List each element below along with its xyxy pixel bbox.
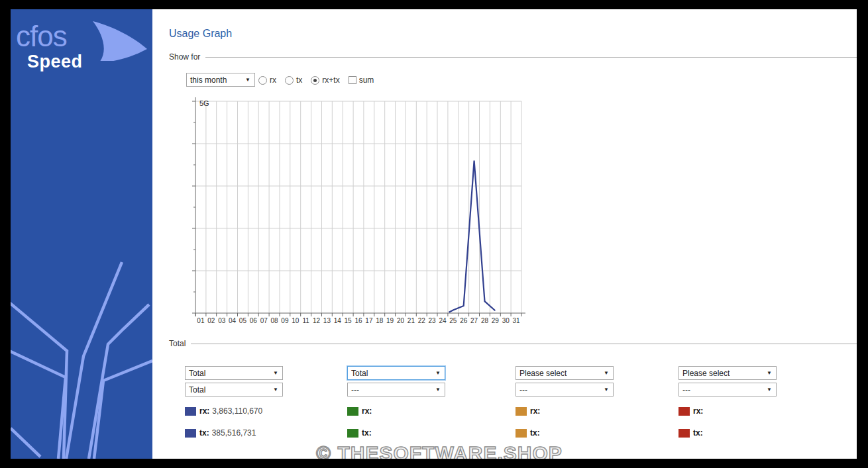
period-select[interactable]: this month ▼ — [186, 73, 255, 87]
tx-value: 385,516,731 — [212, 428, 256, 438]
rx-legend-row: rx: — [678, 406, 706, 416]
radio-rx[interactable]: rx — [258, 75, 276, 85]
tx-legend-row: tx: — [678, 428, 706, 438]
svg-text:20: 20 — [397, 317, 405, 324]
radio-tx-label: tx — [296, 75, 302, 85]
chevron-down-icon: ▼ — [767, 370, 772, 376]
svg-text:08: 08 — [270, 317, 278, 324]
svg-text:22: 22 — [418, 317, 426, 324]
svg-text:16: 16 — [354, 317, 362, 324]
svg-text:03: 03 — [218, 317, 226, 324]
total-col3-select-2[interactable]: ---▼ — [515, 383, 614, 397]
total-header: Total — [169, 339, 857, 348]
sidebar: cfos Speed — [11, 9, 152, 459]
radio-rx-label: rx — [270, 75, 276, 85]
mode-options: rx tx rx+tx sum — [258, 73, 379, 87]
radio-rxtx[interactable]: rx+tx — [311, 75, 339, 85]
radio-rxtx-label: rx+tx — [322, 75, 339, 85]
svg-text:09: 09 — [281, 317, 289, 324]
svg-text:07: 07 — [260, 317, 268, 324]
frame-right — [857, 0, 868, 468]
svg-text:27: 27 — [470, 317, 478, 324]
svg-text:13: 13 — [323, 317, 331, 324]
frame-left — [0, 0, 11, 468]
frame-bottom — [0, 459, 868, 468]
frame-top — [0, 0, 868, 9]
svg-text:15: 15 — [345, 317, 353, 324]
svg-text:29: 29 — [492, 317, 500, 324]
sum-checkbox-group[interactable]: sum — [349, 75, 374, 85]
svg-text:31: 31 — [513, 317, 521, 324]
rx-legend-row: rx: — [347, 406, 374, 416]
tx-color-swatch — [678, 429, 690, 438]
show-for-header: Show for — [169, 52, 857, 62]
radio-rxtx-circle[interactable] — [311, 76, 319, 85]
svg-text:28: 28 — [481, 317, 489, 324]
rx-value: 3,863,110,670 — [212, 406, 262, 416]
chevron-down-icon: ▼ — [435, 370, 441, 376]
total-label: Total — [169, 339, 186, 348]
radio-rx-circle[interactable] — [258, 76, 267, 85]
svg-text:02: 02 — [207, 317, 215, 324]
svg-text:23: 23 — [429, 317, 437, 324]
usage-graph-chart: 0102030405060708091011121314151617181920… — [192, 95, 527, 330]
radio-tx[interactable]: tx — [285, 75, 302, 85]
header-rule — [191, 344, 857, 344]
svg-text:11: 11 — [302, 317, 309, 324]
svg-text:5G: 5G — [199, 99, 209, 107]
chevron-down-icon: ▼ — [273, 387, 278, 393]
rx-color-swatch — [678, 407, 690, 416]
total-col4-select-1[interactable]: Please select▼ — [678, 366, 777, 380]
total-column-1: Total▼ Total▼ rx: 3,863,110,670 tx: 385,… — [185, 366, 283, 445]
chevron-down-icon: ▼ — [604, 370, 609, 376]
sidebar-decorative-lines — [11, 9, 152, 459]
tx-legend-row: tx: — [347, 428, 374, 438]
total-column-3: Please select▼ ---▼ rx: tx: — [515, 366, 614, 445]
rx-color-swatch — [185, 407, 196, 416]
chevron-down-icon: ▼ — [604, 387, 609, 393]
rx-legend-row: rx: — [515, 406, 543, 416]
tx-color-swatch — [347, 429, 358, 438]
svg-text:25: 25 — [449, 317, 457, 324]
svg-text:18: 18 — [376, 317, 384, 324]
page-title: Usage Graph — [169, 28, 232, 40]
svg-text:17: 17 — [365, 317, 373, 324]
tx-color-swatch — [185, 429, 196, 438]
svg-text:14: 14 — [334, 317, 342, 324]
svg-text:01: 01 — [197, 317, 205, 324]
svg-text:06: 06 — [250, 317, 258, 324]
svg-text:05: 05 — [239, 317, 247, 324]
tx-legend-row: tx: — [515, 428, 543, 438]
radio-tx-circle[interactable] — [285, 76, 294, 85]
svg-text:26: 26 — [460, 317, 468, 324]
total-column-2: Total▼ ---▼ rx: tx: — [347, 366, 445, 445]
period-select-value: this month — [190, 75, 227, 85]
chevron-down-icon: ▼ — [273, 370, 278, 376]
tx-legend-row: tx: 385,516,731 — [185, 428, 256, 438]
total-col2-select-1[interactable]: Total▼ — [347, 366, 445, 380]
svg-text:30: 30 — [502, 317, 510, 324]
rx-color-swatch — [515, 407, 527, 416]
total-col4-select-2[interactable]: ---▼ — [678, 383, 777, 397]
header-rule — [205, 57, 857, 58]
chevron-down-icon: ▼ — [245, 77, 250, 83]
rx-color-swatch — [347, 407, 358, 416]
rx-legend-row: rx: 3,863,110,670 — [185, 406, 262, 416]
total-col1-select-1[interactable]: Total▼ — [185, 366, 283, 380]
svg-text:24: 24 — [439, 317, 447, 324]
sum-checkbox-label: sum — [359, 75, 374, 85]
show-for-label: Show for — [169, 52, 200, 62]
svg-text:04: 04 — [229, 317, 237, 324]
total-col3-select-1[interactable]: Please select▼ — [515, 366, 614, 380]
svg-text:19: 19 — [386, 317, 394, 324]
total-col1-select-2[interactable]: Total▼ — [185, 383, 283, 397]
svg-text:12: 12 — [313, 317, 321, 324]
total-col2-select-2[interactable]: ---▼ — [347, 383, 445, 397]
svg-text:10: 10 — [292, 317, 299, 324]
svg-text:21: 21 — [407, 317, 415, 324]
sum-checkbox[interactable] — [349, 76, 356, 84]
tx-color-swatch — [515, 429, 527, 438]
total-column-4: Please select▼ ---▼ rx: tx: — [678, 366, 777, 445]
chevron-down-icon: ▼ — [435, 387, 441, 393]
chevron-down-icon: ▼ — [767, 387, 772, 393]
